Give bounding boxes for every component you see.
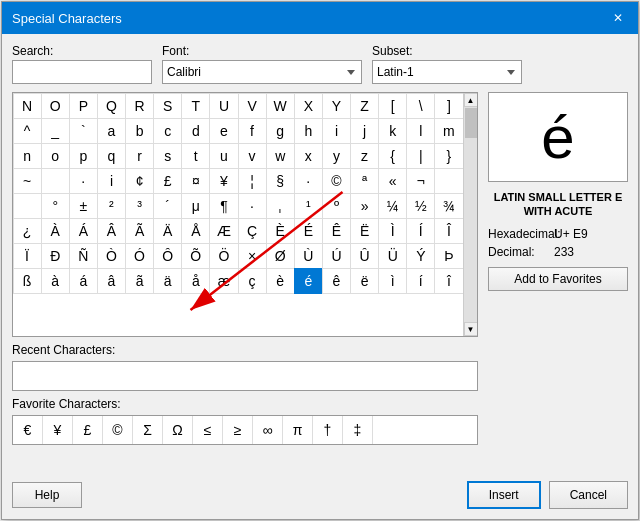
char-cell[interactable]: ½ [406,193,435,219]
char-cell[interactable] [41,168,70,194]
char-cell[interactable]: U [209,93,238,119]
favorite-char[interactable]: ≥ [223,416,253,444]
char-cell[interactable]: a [97,118,126,144]
add-to-favorites-button[interactable]: Add to Favorites [488,267,628,291]
char-cell[interactable]: À [41,218,70,244]
char-cell[interactable]: ¥ [209,168,238,194]
char-cell[interactable]: Q [97,93,126,119]
char-cell[interactable]: è [266,268,295,294]
char-cell[interactable]: Ö [209,243,238,269]
char-cell[interactable]: ] [434,93,463,119]
char-cell[interactable]: ª [350,168,379,194]
close-button[interactable]: ✕ [608,8,628,28]
char-cell[interactable]: z [350,143,379,169]
scroll-up-arrow[interactable]: ▲ [464,93,478,107]
char-cell[interactable]: Ç [238,218,267,244]
font-select[interactable]: Calibri [162,60,362,84]
char-cell[interactable]: y [322,143,351,169]
char-cell[interactable]: w [266,143,295,169]
char-cell[interactable]: { [378,143,407,169]
char-cell[interactable]: Ú [322,243,351,269]
char-cell[interactable]: Ã [125,218,154,244]
char-cell[interactable]: N [13,93,42,119]
char-cell[interactable]: Î [434,218,463,244]
char-cell[interactable]: Ê [322,218,351,244]
char-cell[interactable]: ± [69,193,98,219]
char-cell[interactable]: » [350,193,379,219]
char-cell[interactable]: j [350,118,379,144]
char-cell[interactable]: b [125,118,154,144]
char-cell[interactable]: g [266,118,295,144]
char-cell[interactable]: ¹ [294,193,323,219]
char-cell[interactable]: å [181,268,210,294]
char-cell[interactable]: º [322,193,351,219]
char-cell[interactable]: ´ [153,193,182,219]
search-input[interactable] [12,60,152,84]
char-cell[interactable]: ì [378,268,407,294]
char-cell[interactable]: v [238,143,267,169]
favorite-char[interactable]: ∞ [253,416,283,444]
char-cell[interactable]: Ï [13,243,42,269]
char-cell[interactable]: ¾ [434,193,463,219]
char-cell[interactable]: _ [41,118,70,144]
char-cell[interactable]: r [125,143,154,169]
favorite-char[interactable]: ‡ [343,416,373,444]
char-cell[interactable]: Á [69,218,98,244]
favorite-char[interactable]: Σ [133,416,163,444]
char-cell[interactable]: c [153,118,182,144]
char-cell[interactable]: Y [322,93,351,119]
char-cell[interactable]: m [434,118,463,144]
cancel-button[interactable]: Cancel [549,481,628,509]
char-cell[interactable]: î [434,268,463,294]
char-cell[interactable]: · [69,168,98,194]
favorite-char[interactable]: π [283,416,313,444]
char-cell[interactable]: P [69,93,98,119]
help-button[interactable]: Help [12,482,82,508]
char-cell[interactable]: O [41,93,70,119]
char-cell[interactable]: l [406,118,435,144]
char-cell[interactable]: Ü [378,243,407,269]
char-cell[interactable]: Æ [209,218,238,244]
char-cell[interactable]: ¿ [13,218,42,244]
char-cell[interactable]: Ý [406,243,435,269]
char-cell[interactable]: · [294,168,323,194]
char-cell[interactable]: i [322,118,351,144]
char-cell[interactable]: } [434,143,463,169]
char-cell[interactable]: á [69,268,98,294]
subset-select[interactable]: Latin-1 [372,60,522,84]
scroll-thumb[interactable] [465,108,477,138]
char-cell[interactable]: Õ [181,243,210,269]
char-cell[interactable]: ê [322,268,351,294]
char-cell[interactable]: ¼ [378,193,407,219]
char-cell[interactable]: Ó [125,243,154,269]
char-cell[interactable]: â [97,268,126,294]
scrollbar[interactable]: ▲ ▼ [463,93,477,336]
char-cell[interactable]: o [41,143,70,169]
char-cell[interactable]: ¶ [209,193,238,219]
char-cell[interactable]: V [238,93,267,119]
char-cell[interactable]: p [69,143,98,169]
char-cell[interactable]: Þ [434,243,463,269]
char-cell[interactable]: [ [378,93,407,119]
char-cell[interactable]: i [97,168,126,194]
char-cell[interactable]: © [322,168,351,194]
favorite-char[interactable]: ≤ [193,416,223,444]
char-cell[interactable]: Û [350,243,379,269]
char-cell[interactable]: W [266,93,295,119]
favorite-char[interactable]: € [13,416,43,444]
char-cell[interactable]: í [406,268,435,294]
char-cell[interactable]: S [153,93,182,119]
char-cell[interactable]: ¢ [125,168,154,194]
char-cell[interactable]: f [238,118,267,144]
char-cell[interactable]: Ø [266,243,295,269]
char-cell[interactable]: § [266,168,295,194]
char-cell[interactable]: æ [209,268,238,294]
char-cell[interactable]: Ð [41,243,70,269]
char-cell[interactable]: e [209,118,238,144]
favorite-char[interactable]: Ω [163,416,193,444]
favorite-char[interactable]: † [313,416,343,444]
char-cell[interactable]: X [294,93,323,119]
char-cell[interactable]: R [125,93,154,119]
char-cell[interactable]: Â [97,218,126,244]
char-cell[interactable]: ³ [125,193,154,219]
